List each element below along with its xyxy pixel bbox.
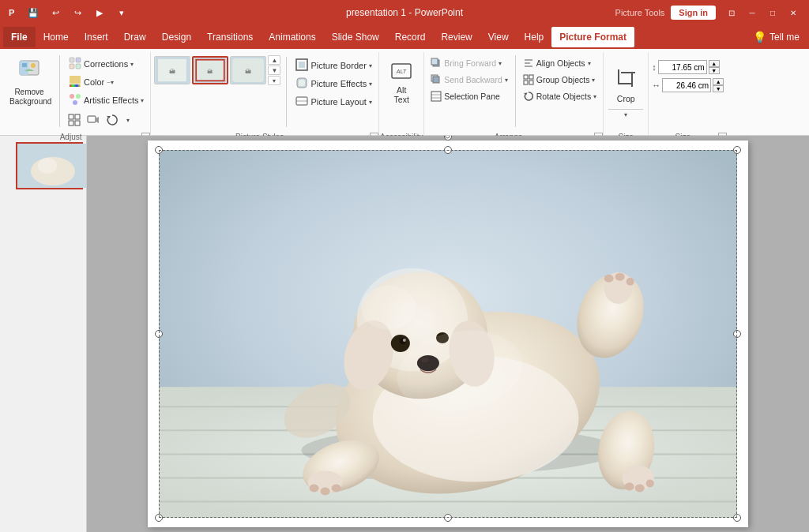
size-inputs: ↕ ▲ ▼ ↔ ▲ ▼ bbox=[652, 54, 724, 94]
handle-middle-right[interactable] bbox=[733, 330, 741, 338]
reset-picture-dropdown[interactable]: ▾ bbox=[122, 111, 134, 129]
present-from-beginning-button[interactable]: ▶ bbox=[92, 5, 107, 21]
color-label: Color bbox=[84, 77, 104, 87]
height-increment[interactable]: ▲ bbox=[709, 60, 720, 67]
crop-group-content: Crop ▾ bbox=[604, 52, 648, 130]
menu-picture-format[interactable]: Picture Format bbox=[551, 27, 634, 47]
color-icon bbox=[69, 75, 81, 89]
crop-button[interactable]: Crop bbox=[608, 62, 643, 110]
menu-draw[interactable]: Draw bbox=[116, 27, 154, 47]
reset-picture-button[interactable] bbox=[103, 111, 121, 129]
svg-rect-16 bbox=[75, 114, 80, 119]
picture-styles-expand[interactable]: ▾ bbox=[268, 76, 280, 85]
size-group-content: ↕ ▲ ▼ ↔ ▲ ▼ bbox=[649, 52, 727, 130]
maximize-button[interactable]: □ bbox=[763, 5, 782, 21]
picture-style-1[interactable]: 🏔 bbox=[154, 56, 190, 84]
handle-top-left[interactable] bbox=[155, 146, 163, 154]
color-button[interactable]: Color ~▾ bbox=[66, 73, 147, 91]
menu-file[interactable]: File bbox=[3, 27, 36, 47]
alt-text-label: AltText bbox=[394, 85, 409, 104]
change-picture-button[interactable] bbox=[85, 111, 102, 129]
save-button[interactable]: 💾 bbox=[25, 5, 41, 21]
align-button[interactable]: Align Objects ▾ bbox=[520, 55, 600, 71]
alt-text-button[interactable]: ALT AltText bbox=[384, 54, 419, 111]
slide-canvas[interactable] bbox=[148, 140, 748, 527]
lightbulb-icon: 💡 bbox=[753, 31, 766, 43]
window-title: presentation 1 - PowerPoint bbox=[346, 7, 463, 18]
selection-pane-button[interactable]: Selection Pane bbox=[427, 88, 511, 104]
height-decrement[interactable]: ▼ bbox=[709, 67, 720, 74]
artistic-effects-button[interactable]: Artistic Effects ▾ bbox=[66, 92, 147, 109]
group-objects-label: Group Objects bbox=[536, 75, 590, 84]
close-button[interactable]: ✕ bbox=[784, 5, 803, 21]
menu-record[interactable]: Record bbox=[387, 27, 434, 47]
undo-button[interactable]: ↩ bbox=[47, 5, 63, 21]
menu-slideshow[interactable]: Slide Show bbox=[324, 27, 387, 47]
width-decrement[interactable]: ▼ bbox=[713, 85, 724, 92]
picture-style-3[interactable]: 🏔 bbox=[230, 56, 266, 84]
svg-rect-40 bbox=[433, 77, 439, 83]
customize-qat-button[interactable]: ▾ bbox=[114, 5, 130, 21]
arrange-group-content: Bring Forward ▾ Send Backward ▾ Selectio… bbox=[424, 52, 603, 130]
menu-design[interactable]: Design bbox=[154, 27, 199, 47]
height-input[interactable] bbox=[658, 60, 707, 74]
picture-border-button[interactable]: Picture Border ▾ bbox=[292, 57, 375, 74]
svg-rect-18 bbox=[75, 121, 80, 126]
menu-animations[interactable]: Animations bbox=[261, 27, 323, 47]
crop-dropdown-button[interactable]: ▾ bbox=[608, 110, 643, 121]
svg-point-72 bbox=[625, 483, 634, 491]
handle-bottom-left[interactable] bbox=[155, 514, 163, 522]
handle-bottom-center[interactable] bbox=[444, 514, 452, 522]
handle-top-center[interactable] bbox=[444, 146, 452, 154]
menu-insert[interactable]: Insert bbox=[77, 27, 116, 47]
picture-styles-scroll-up[interactable]: ▲ bbox=[268, 55, 280, 65]
menu-home[interactable]: Home bbox=[36, 27, 77, 47]
compress-pictures-button[interactable] bbox=[66, 111, 83, 129]
width-input[interactable] bbox=[662, 78, 711, 92]
send-backward-dropdown: ▾ bbox=[505, 77, 508, 84]
height-input-group: ↕ ▲ ▼ bbox=[652, 60, 724, 74]
svg-rect-32 bbox=[299, 80, 305, 86]
handle-rotate[interactable] bbox=[444, 136, 452, 140]
align-label: Align Objects bbox=[536, 58, 585, 68]
bring-forward-button[interactable]: Bring Forward ▾ bbox=[427, 55, 511, 71]
slide-thumb-inner bbox=[17, 144, 87, 188]
picture-style-2[interactable]: 🏔 bbox=[192, 56, 228, 84]
handle-top-right[interactable] bbox=[733, 146, 741, 154]
image-selection[interactable] bbox=[159, 150, 737, 518]
sign-in-button[interactable]: Sign in bbox=[671, 6, 716, 20]
tell-me-button[interactable]: 💡 Tell me bbox=[747, 28, 806, 47]
artistic-effects-label: Artistic Effects bbox=[84, 96, 138, 105]
send-backward-button[interactable]: Send Backward ▾ bbox=[427, 72, 511, 88]
corrections-icon bbox=[69, 57, 81, 71]
menu-bar: File Home Insert Draw Design Transitions… bbox=[0, 25, 809, 49]
svg-rect-7 bbox=[76, 58, 81, 62]
picture-effects-button[interactable]: Picture Effects ▾ bbox=[292, 75, 375, 92]
group-objects-button[interactable]: Group Objects ▾ bbox=[520, 72, 600, 88]
menu-help[interactable]: Help bbox=[517, 27, 552, 47]
crop-label: Crop bbox=[617, 94, 635, 103]
svg-point-87 bbox=[403, 339, 406, 342]
rotate-objects-button[interactable]: Rotate Objects ▾ bbox=[520, 88, 600, 104]
canvas-area bbox=[87, 136, 809, 532]
menu-review[interactable]: Review bbox=[433, 27, 480, 47]
slide-thumbnail[interactable] bbox=[16, 142, 83, 189]
redo-button[interactable]: ↪ bbox=[70, 5, 85, 21]
picture-layout-button[interactable]: Picture Layout ▾ bbox=[292, 93, 375, 111]
minimize-button[interactable]: ─ bbox=[743, 5, 762, 21]
app-icon: P bbox=[6, 6, 19, 19]
handle-bottom-right[interactable] bbox=[733, 514, 741, 522]
main-area: 1 bbox=[0, 136, 809, 532]
title-bar: P 💾 ↩ ↪ ▶ ▾ presentation 1 - PowerPoint … bbox=[0, 0, 809, 25]
ribbon-display-button[interactable]: ⊡ bbox=[722, 5, 741, 21]
menu-view[interactable]: View bbox=[480, 27, 517, 47]
picture-styles-scroll-down[interactable]: ▼ bbox=[268, 66, 280, 75]
corrections-button[interactable]: Corrections ▾ bbox=[66, 55, 147, 73]
menu-transitions[interactable]: Transitions bbox=[199, 27, 261, 47]
width-spinner: ▲ ▼ bbox=[713, 78, 724, 92]
svg-point-12 bbox=[70, 94, 74, 99]
handle-middle-left[interactable] bbox=[155, 330, 163, 338]
svg-point-78 bbox=[321, 488, 330, 496]
width-increment[interactable]: ▲ bbox=[713, 78, 724, 85]
remove-background-button[interactable]: RemoveBackground bbox=[5, 54, 54, 111]
